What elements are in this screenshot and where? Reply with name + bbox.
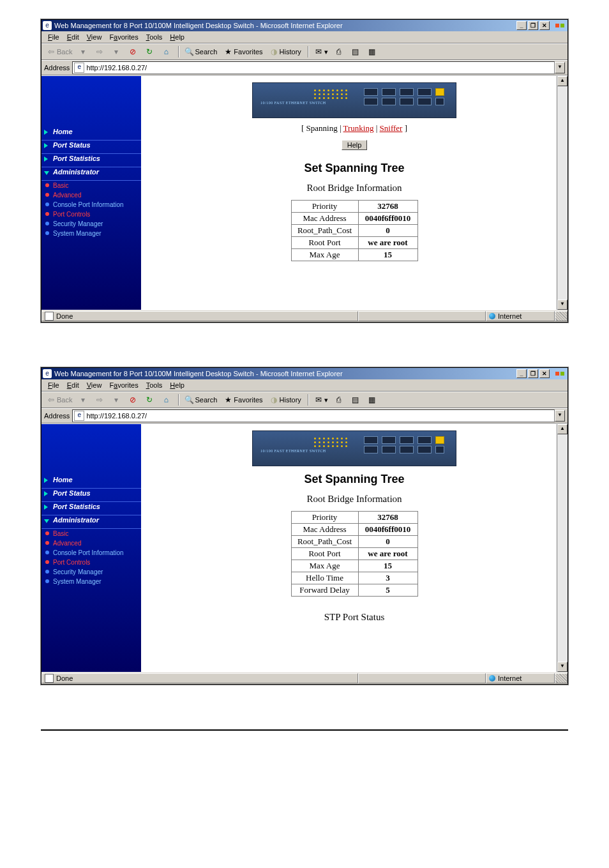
scroll-up-button[interactable]: ▲	[557, 76, 568, 86]
minimize-button[interactable]: _	[516, 21, 527, 30]
back-dropdown[interactable]: ▾	[76, 47, 91, 57]
menu-file[interactable]: File	[44, 33, 63, 42]
sidebar-item-administrator[interactable]: Administrator	[41, 167, 141, 181]
edit-button[interactable]: ▤	[349, 47, 364, 57]
scroll-down-button[interactable]: ▼	[557, 300, 568, 310]
forward-dropdown[interactable]: ▾	[109, 395, 124, 405]
favorites-button[interactable]: ★Favorites	[221, 395, 265, 405]
address-url: http://192.168.0.27/	[86, 412, 147, 420]
switch-illustration: 10/100 FAST ETHERNET SWITCH	[252, 82, 456, 118]
sidebar-sub-system[interactable]: System Manager	[41, 577, 141, 586]
switch-leds	[314, 89, 347, 99]
sidebar-sub-console[interactable]: Console Port Information	[41, 548, 141, 558]
document-icon	[45, 312, 54, 321]
ie-icon: e	[43, 369, 52, 378]
edit-button[interactable]: ▤	[349, 395, 364, 405]
help-button[interactable]: Help	[342, 140, 368, 150]
address-input[interactable]: e http://192.168.0.27/	[72, 61, 555, 74]
home-button[interactable]: ⌂	[159, 395, 174, 405]
scrollbar[interactable]: ▲ ▼	[557, 424, 568, 672]
discuss-button[interactable]: ▦	[365, 395, 380, 405]
address-dropdown[interactable]: ▼	[555, 410, 565, 422]
forward-button[interactable]: ⇨	[93, 395, 108, 405]
sidebar-sub-system[interactable]: System Manager	[41, 229, 141, 238]
sidebar-sub-basic[interactable]: Basic	[41, 529, 141, 538]
maximize-button[interactable]: ❐	[528, 21, 538, 30]
scroll-down-button[interactable]: ▼	[557, 662, 568, 672]
scroll-track[interactable]	[557, 86, 568, 300]
search-button[interactable]: 🔍Search	[182, 47, 220, 57]
table-value: 0040f6ff0010	[358, 213, 417, 225]
forward-arrow-icon: ⇨	[95, 395, 104, 404]
menu-favorites[interactable]: Favorites	[105, 33, 142, 42]
address-dropdown[interactable]: ▼	[555, 62, 565, 73]
scrollbar[interactable]: ▲ ▼	[557, 76, 568, 310]
sidebar-item-port-statistics[interactable]: Port Statistics	[41, 154, 141, 167]
home-button[interactable]: ⌂	[159, 47, 174, 57]
sidebar-sub-basic[interactable]: Basic	[41, 181, 141, 190]
menu-view[interactable]: View	[83, 33, 106, 42]
sidebar-sub-advanced[interactable]: Advanced	[41, 538, 141, 548]
sidebar-item-home[interactable]: Home	[41, 475, 141, 489]
resize-grip[interactable]	[555, 311, 568, 321]
browser-window-1: e Web Management for 8 Port 10/100M Inte…	[41, 19, 568, 323]
history-button[interactable]: ◑History	[267, 395, 304, 405]
root-bridge-table: Priority32768Mac Address0040f6ff0010Root…	[291, 200, 418, 261]
sidebar-item-administrator[interactable]: Administrator	[41, 515, 141, 529]
sidebar-sub-port-controls[interactable]: Port Controls	[41, 209, 141, 219]
forward-dropdown[interactable]: ▾	[109, 47, 124, 57]
close-button[interactable]: ✕	[539, 21, 550, 30]
menu-help[interactable]: Help	[166, 33, 188, 42]
sidebar-sub-console[interactable]: Console Port Information	[41, 200, 141, 209]
refresh-button[interactable]: ↻	[142, 395, 158, 405]
maximize-button[interactable]: ❐	[528, 369, 538, 378]
resize-grip[interactable]	[555, 673, 568, 683]
link-trunking[interactable]: Trunking	[343, 123, 374, 133]
address-input[interactable]: e http://192.168.0.27/	[72, 409, 555, 422]
menu-help[interactable]: Help	[166, 381, 188, 390]
back-button[interactable]: ⇦Back	[44, 395, 75, 405]
favorites-button[interactable]: ★Favorites	[221, 47, 265, 57]
menu-favorites[interactable]: Favorites	[105, 381, 142, 390]
sidebar-item-port-statistics[interactable]: Port Statistics	[41, 502, 141, 515]
mail-button[interactable]: ✉▾	[312, 395, 331, 405]
scroll-up-button[interactable]: ▲	[557, 424, 568, 434]
refresh-button[interactable]: ↻	[142, 47, 158, 57]
sidebar-sub-port-controls[interactable]: Port Controls	[41, 558, 141, 567]
sidebar-item-port-status[interactable]: Port Status	[41, 141, 141, 154]
sidebar-sub-security[interactable]: Security Manager	[41, 219, 141, 229]
sidebar-item-port-status[interactable]: Port Status	[41, 489, 141, 502]
table-row: Root_Path_Cost0	[291, 225, 417, 237]
back-arrow-icon: ⇦	[47, 395, 56, 404]
globe-icon	[489, 313, 495, 319]
close-button[interactable]: ✕	[539, 369, 550, 378]
minimize-button[interactable]: _	[516, 369, 527, 378]
back-dropdown[interactable]: ▾	[76, 395, 91, 405]
status-bar: Done Internet	[41, 672, 568, 684]
menu-file[interactable]: File	[44, 381, 63, 390]
arrow-right-icon	[44, 143, 48, 148]
menu-edit[interactable]: Edit	[63, 33, 83, 42]
menu-edit[interactable]: Edit	[63, 381, 83, 390]
forward-button[interactable]: ⇨	[93, 47, 108, 57]
menu-view[interactable]: View	[83, 381, 106, 390]
back-button[interactable]: ⇦Back	[44, 47, 75, 57]
sidebar-sub-security[interactable]: Security Manager	[41, 567, 141, 577]
search-button[interactable]: 🔍Search	[182, 395, 220, 405]
sidebar-sub-advanced[interactable]: Advanced	[41, 190, 141, 200]
menu-tools[interactable]: Tools	[142, 33, 167, 42]
stop-button[interactable]: ⊘	[126, 395, 141, 405]
forward-arrow-icon: ⇨	[95, 47, 104, 56]
sidebar-item-home[interactable]: Home	[41, 127, 141, 141]
discuss-button[interactable]: ▦	[365, 47, 380, 57]
print-button[interactable]: ⎙	[332, 395, 347, 405]
history-button[interactable]: ◑History	[267, 47, 304, 57]
link-sniffer[interactable]: Sniffer	[380, 123, 403, 133]
mail-button[interactable]: ✉▾	[312, 47, 331, 57]
print-button[interactable]: ⎙	[332, 47, 347, 57]
stop-button[interactable]: ⊘	[126, 47, 141, 57]
menu-tools[interactable]: Tools	[142, 381, 167, 390]
scroll-track[interactable]	[557, 434, 568, 662]
edit-icon: ▤	[351, 47, 360, 56]
menu-file-text: ile	[52, 33, 59, 41]
